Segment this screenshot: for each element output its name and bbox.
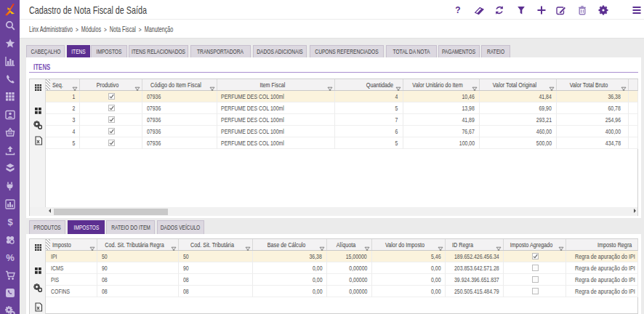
svg-text:%: % — [6, 252, 15, 262]
svg-text:$: $ — [7, 217, 13, 227]
svg-text:?: ? — [455, 5, 460, 15]
